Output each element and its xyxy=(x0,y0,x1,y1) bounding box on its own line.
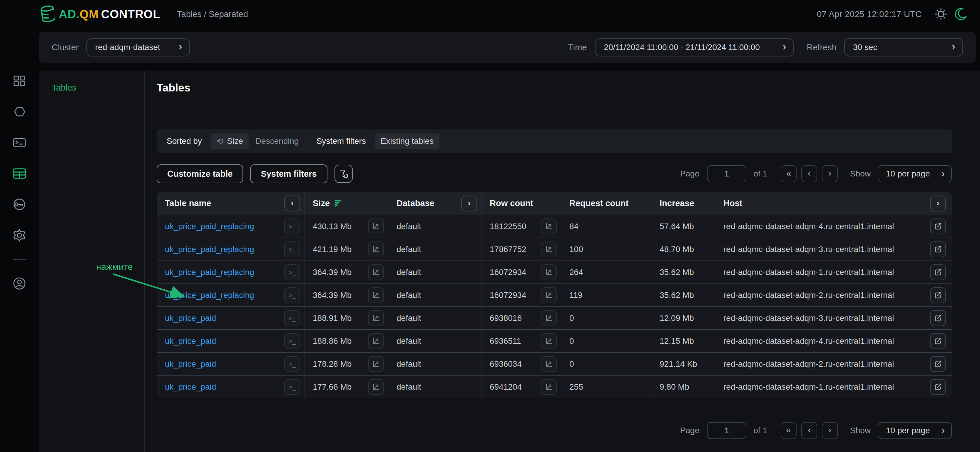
host-value: red-adqmc-dataset-adqm-1.ru-central1.int… xyxy=(723,267,894,277)
request-count-value: 100 xyxy=(570,245,583,254)
request-count-value: 0 xyxy=(570,360,574,369)
hexagon-icon[interactable] xyxy=(12,104,27,119)
time-range-select[interactable]: 20/11/2024 11:00:00 - 21/11/2024 11:00:0… xyxy=(595,38,794,56)
size-chart-button[interactable] xyxy=(368,379,384,395)
row-count-chart-button[interactable] xyxy=(541,310,557,326)
nav-item-tables[interactable]: Tables xyxy=(52,83,144,92)
next-page-button[interactable]: › xyxy=(822,165,838,182)
expand-column-button[interactable]: › xyxy=(284,196,300,212)
settings-gear-icon[interactable] xyxy=(12,228,27,243)
table-row: uk_price_paid >_ 177.66 Mb default 69412… xyxy=(157,375,952,398)
table-name-link[interactable]: uk_price_paid_replacing xyxy=(165,267,254,277)
first-page-button[interactable]: « xyxy=(781,422,797,439)
app-logo[interactable]: AD.QMCONTROL xyxy=(40,5,160,23)
open-terminal-button[interactable]: >_ xyxy=(284,242,300,257)
cell-database: default xyxy=(388,376,482,398)
table-name-link[interactable]: uk_price_paid xyxy=(165,360,216,369)
cell-request-count: 0 xyxy=(561,353,651,375)
chart-trend-icon xyxy=(372,314,380,323)
table-name-link[interactable]: uk_price_paid xyxy=(165,336,216,346)
open-host-button[interactable] xyxy=(930,310,946,326)
open-terminal-button[interactable]: >_ xyxy=(284,310,300,326)
open-terminal-button[interactable]: >_ xyxy=(284,379,300,395)
sort-chip[interactable]: ⟲ Size xyxy=(211,134,249,149)
size-chart-button[interactable] xyxy=(368,242,384,257)
per-page-select[interactable]: 10 per page › xyxy=(878,422,952,439)
open-host-button[interactable] xyxy=(930,264,946,280)
row-count-chart-button[interactable] xyxy=(541,379,557,395)
refresh-interval-select[interactable]: 30 sec › xyxy=(844,38,963,56)
top-header: AD.QMCONTROL Tables / Separated 07 Apr 2… xyxy=(0,0,980,28)
tables-main-area: Tables Sorted by ⟲ Size Descending Syste… xyxy=(157,71,952,452)
system-filters-button[interactable]: System filters xyxy=(250,164,327,183)
row-count-chart-button[interactable] xyxy=(541,242,557,257)
table-name-link[interactable]: uk_price_paid xyxy=(165,314,216,323)
open-terminal-button[interactable]: >_ xyxy=(284,333,300,349)
system-filter-chip[interactable]: Existing tables xyxy=(375,134,440,149)
cell-increase: 35.62 Mb xyxy=(651,284,715,306)
open-host-button[interactable] xyxy=(930,218,946,234)
sort-descending-icon[interactable] xyxy=(334,200,342,207)
open-terminal-button[interactable]: >_ xyxy=(284,287,300,303)
open-terminal-button[interactable]: >_ xyxy=(284,264,300,280)
cluster-select[interactable]: red-adqm-dataset › xyxy=(86,38,190,56)
moon-icon[interactable] xyxy=(954,7,968,21)
expand-column-button[interactable]: › xyxy=(461,196,477,212)
row-count-chart-button[interactable] xyxy=(541,333,557,349)
undo-icon: ⟲ xyxy=(216,137,223,146)
chart-trend-icon xyxy=(372,291,380,300)
key-icon[interactable] xyxy=(12,197,27,212)
dashboard-icon[interactable] xyxy=(12,73,27,89)
open-host-button[interactable] xyxy=(930,379,946,395)
cell-request-count: 100 xyxy=(561,238,651,261)
table-name-link[interactable]: uk_price_paid_replacing xyxy=(165,222,254,231)
size-chart-button[interactable] xyxy=(368,333,384,349)
open-host-button[interactable] xyxy=(930,287,946,303)
page-number-input[interactable] xyxy=(707,165,746,182)
chevron-right-icon: › xyxy=(942,424,945,436)
customize-table-button[interactable]: Customize table xyxy=(157,164,243,183)
size-chart-button[interactable] xyxy=(368,310,384,326)
next-page-button[interactable]: › xyxy=(822,422,838,439)
page-number-input[interactable] xyxy=(707,422,746,439)
open-terminal-button[interactable]: >_ xyxy=(284,218,300,234)
row-count-chart-button[interactable] xyxy=(541,287,557,303)
per-page-select[interactable]: 10 per page › xyxy=(878,165,952,182)
size-chart-button[interactable] xyxy=(368,287,384,303)
row-count-value: 16072934 xyxy=(490,291,527,300)
sun-icon[interactable] xyxy=(934,7,948,21)
expand-column-button[interactable]: › xyxy=(930,196,946,212)
table-name-link[interactable]: uk_price_paid xyxy=(165,382,216,392)
open-host-button[interactable] xyxy=(930,356,946,372)
row-count-chart-button[interactable] xyxy=(541,218,557,234)
cell-request-count: 0 xyxy=(561,307,651,329)
prev-page-button[interactable]: ‹ xyxy=(801,165,817,182)
table-name-link[interactable]: uk_price_paid_replacing xyxy=(165,291,254,300)
icon-sidebar xyxy=(0,28,39,452)
table-name-link[interactable]: uk_price_paid_replacing xyxy=(165,245,254,254)
prev-page-button[interactable]: ‹ xyxy=(801,422,817,439)
first-page-button[interactable]: « xyxy=(781,165,797,182)
profile-icon[interactable] xyxy=(12,276,27,291)
size-chart-button[interactable] xyxy=(368,356,384,372)
increase-value: 35.62 Mb xyxy=(660,267,694,277)
external-link-icon xyxy=(934,268,942,277)
cell-database: default xyxy=(388,329,482,352)
row-count-value: 6936511 xyxy=(490,336,521,346)
chevron-right-icon: › xyxy=(942,168,945,179)
terminal-icon[interactable] xyxy=(12,135,27,150)
database-value: default xyxy=(396,360,421,369)
open-terminal-button[interactable]: >_ xyxy=(284,356,300,372)
row-count-chart-button[interactable] xyxy=(541,264,557,280)
annotation-click-label: нажмите xyxy=(96,262,133,272)
reset-filters-button[interactable] xyxy=(334,165,353,183)
row-count-chart-button[interactable] xyxy=(541,356,557,372)
tables-data-table: Table name › Size Database xyxy=(157,192,952,398)
open-host-button[interactable] xyxy=(930,333,946,349)
size-chart-button[interactable] xyxy=(368,264,384,280)
request-count-value: 264 xyxy=(570,267,583,277)
cell-size: 421.19 Mb xyxy=(304,238,388,261)
open-host-button[interactable] xyxy=(930,242,946,257)
size-chart-button[interactable] xyxy=(368,218,384,234)
tables-icon[interactable] xyxy=(12,166,27,181)
